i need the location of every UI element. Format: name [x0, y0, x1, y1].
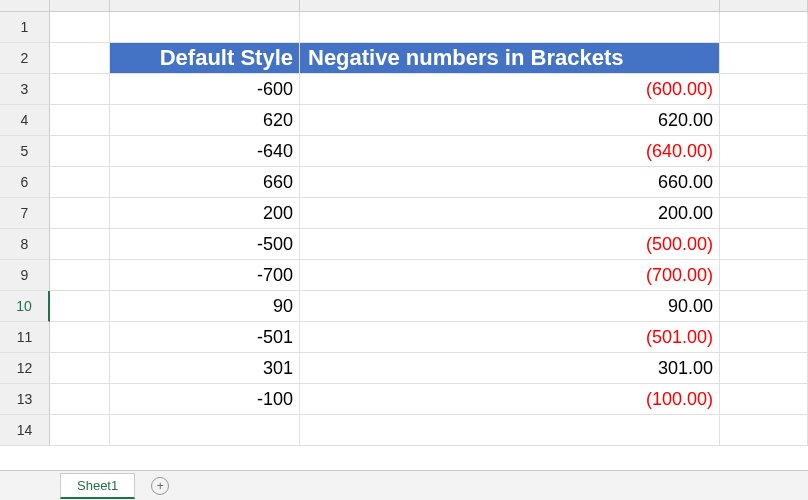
cell[interactable] [720, 198, 808, 229]
table-row: 4620620.00 [0, 105, 808, 136]
table-row: 109090.00 [0, 291, 808, 322]
table-row: 3-600(600.00) [0, 74, 808, 105]
row-header[interactable]: 4 [0, 105, 50, 136]
row-header[interactable]: 5 [0, 136, 50, 167]
spreadsheet-grid: 12Default StyleNegative numbers in Brack… [0, 0, 808, 446]
row-header[interactable]: 6 [0, 167, 50, 198]
cell[interactable]: -700 [110, 260, 300, 291]
header-cell-default-style[interactable]: Default Style [110, 43, 300, 74]
cell[interactable] [720, 415, 808, 446]
cell[interactable] [110, 415, 300, 446]
row-header[interactable]: 2 [0, 43, 50, 74]
cell[interactable] [720, 260, 808, 291]
cell[interactable] [720, 291, 808, 322]
cell[interactable]: 660.00 [300, 167, 720, 198]
cell[interactable]: 90.00 [300, 291, 720, 322]
cell[interactable]: 620 [110, 105, 300, 136]
col-header-c[interactable] [300, 0, 720, 12]
row-header[interactable]: 10 [0, 291, 50, 322]
cell[interactable]: (500.00) [300, 229, 720, 260]
row-header[interactable]: 7 [0, 198, 50, 229]
cell[interactable]: 660 [110, 167, 300, 198]
table-row: 12301301.00 [0, 353, 808, 384]
cell[interactable] [50, 291, 110, 322]
cell[interactable]: 90 [110, 291, 300, 322]
cell[interactable] [50, 415, 110, 446]
cell[interactable] [720, 74, 808, 105]
cell[interactable] [720, 136, 808, 167]
col-header-d[interactable] [720, 0, 808, 12]
cell[interactable]: (501.00) [300, 322, 720, 353]
cell[interactable] [50, 74, 110, 105]
col-header-a[interactable] [50, 0, 110, 12]
cell[interactable] [720, 12, 808, 43]
row-header[interactable]: 11 [0, 322, 50, 353]
cell[interactable] [720, 43, 808, 74]
row-header[interactable]: 14 [0, 415, 50, 446]
cell[interactable] [110, 12, 300, 43]
cell[interactable]: -640 [110, 136, 300, 167]
cell[interactable] [50, 12, 110, 43]
column-headers-row [0, 0, 808, 12]
cell[interactable]: (640.00) [300, 136, 720, 167]
cell[interactable] [50, 229, 110, 260]
table-row: 6660660.00 [0, 167, 808, 198]
table-row: 2Default StyleNegative numbers in Bracke… [0, 43, 808, 74]
cell[interactable]: 301.00 [300, 353, 720, 384]
row-header[interactable]: 9 [0, 260, 50, 291]
row-header[interactable]: 1 [0, 12, 50, 43]
cell[interactable] [300, 415, 720, 446]
cell[interactable]: (100.00) [300, 384, 720, 415]
cell[interactable] [50, 105, 110, 136]
plus-icon: + [157, 479, 164, 493]
header-cell-brackets[interactable]: Negative numbers in Brackets [300, 43, 720, 74]
cell[interactable] [50, 198, 110, 229]
cell[interactable] [720, 229, 808, 260]
col-header-b[interactable] [110, 0, 300, 12]
table-row: 9-700(700.00) [0, 260, 808, 291]
cell[interactable] [300, 12, 720, 43]
cell[interactable]: -600 [110, 74, 300, 105]
cell[interactable]: -500 [110, 229, 300, 260]
cell[interactable]: 200 [110, 198, 300, 229]
row-header[interactable]: 3 [0, 74, 50, 105]
row-header[interactable]: 12 [0, 353, 50, 384]
cell[interactable] [720, 105, 808, 136]
table-row: 14 [0, 415, 808, 446]
row-header[interactable]: 13 [0, 384, 50, 415]
cell[interactable] [50, 322, 110, 353]
cell[interactable] [720, 322, 808, 353]
cell[interactable] [720, 384, 808, 415]
add-sheet-button[interactable]: + [151, 477, 169, 495]
cell[interactable] [50, 136, 110, 167]
cell[interactable] [50, 167, 110, 198]
cell[interactable]: (700.00) [300, 260, 720, 291]
cell[interactable] [50, 353, 110, 384]
table-row: 7200200.00 [0, 198, 808, 229]
cell[interactable]: -501 [110, 322, 300, 353]
select-all-corner[interactable] [0, 0, 50, 12]
cell[interactable]: 301 [110, 353, 300, 384]
table-row: 1 [0, 12, 808, 43]
cell[interactable] [50, 260, 110, 291]
sheet-tabs-bar: Sheet1 + [0, 470, 808, 500]
cell[interactable]: -100 [110, 384, 300, 415]
cell[interactable]: 200.00 [300, 198, 720, 229]
sheet-tab-active[interactable]: Sheet1 [60, 473, 135, 499]
table-row: 13-100(100.00) [0, 384, 808, 415]
cell[interactable] [50, 43, 110, 74]
cell[interactable] [720, 353, 808, 384]
table-row: 11-501(501.00) [0, 322, 808, 353]
cell[interactable] [50, 384, 110, 415]
cell[interactable]: 620.00 [300, 105, 720, 136]
cell[interactable] [720, 167, 808, 198]
table-row: 8-500(500.00) [0, 229, 808, 260]
table-row: 5-640(640.00) [0, 136, 808, 167]
cell[interactable]: (600.00) [300, 74, 720, 105]
row-header[interactable]: 8 [0, 229, 50, 260]
